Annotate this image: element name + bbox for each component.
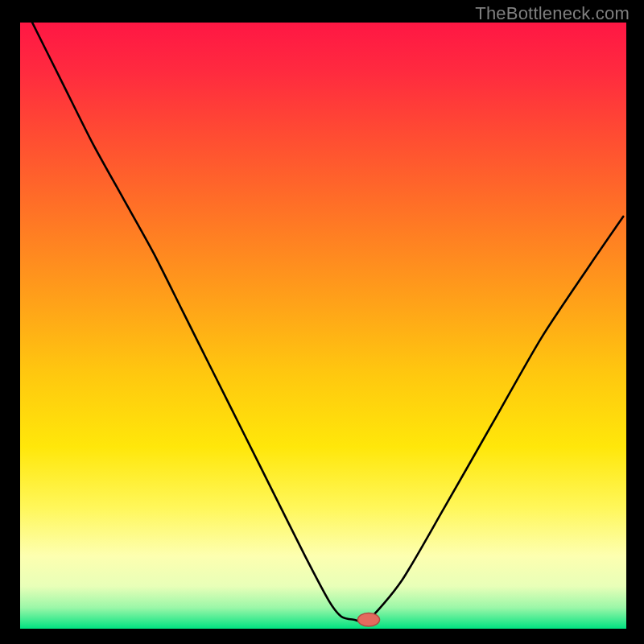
optimal-point-marker [357,613,379,626]
watermark-label: TheBottleneck.com [475,3,630,24]
plot-background [20,23,626,629]
chart-frame: TheBottleneck.com [0,0,644,644]
bottleneck-chart [0,0,644,644]
